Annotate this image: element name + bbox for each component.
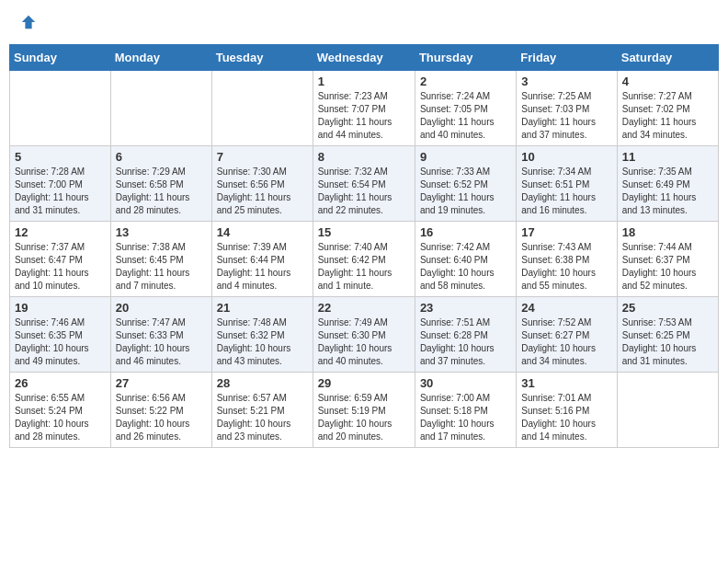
calendar-cell: 9Sunrise: 7:33 AM Sunset: 6:52 PM Daylig… <box>415 146 516 222</box>
calendar-header-row: SundayMondayTuesdayWednesdayThursdayFrid… <box>10 45 719 71</box>
day-number: 23 <box>420 301 511 315</box>
calendar-cell: 7Sunrise: 7:30 AM Sunset: 6:56 PM Daylig… <box>211 146 313 222</box>
day-number: 20 <box>116 301 207 315</box>
calendar-day-header: Monday <box>110 45 211 71</box>
day-info: Sunrise: 7:33 AM Sunset: 6:52 PM Dayligh… <box>420 166 511 217</box>
day-number: 15 <box>318 225 410 239</box>
day-info: Sunrise: 7:47 AM Sunset: 6:33 PM Dayligh… <box>116 316 207 368</box>
day-info: Sunrise: 7:44 AM Sunset: 6:37 PM Dayligh… <box>622 241 713 293</box>
calendar-cell: 3Sunrise: 7:25 AM Sunset: 7:03 PM Daylig… <box>517 71 617 146</box>
day-info: Sunrise: 7:30 AM Sunset: 6:56 PM Dayligh… <box>217 166 308 217</box>
day-info: Sunrise: 7:32 AM Sunset: 6:54 PM Dayligh… <box>318 166 410 217</box>
day-info: Sunrise: 6:59 AM Sunset: 5:19 PM Dayligh… <box>318 392 410 443</box>
calendar-cell: 1Sunrise: 7:23 AM Sunset: 7:07 PM Daylig… <box>313 71 415 146</box>
day-number: 9 <box>420 150 511 164</box>
day-number: 22 <box>318 301 410 315</box>
logo <box>18 14 37 30</box>
calendar-cell: 28Sunrise: 6:57 AM Sunset: 5:21 PM Dayli… <box>211 373 313 448</box>
day-info: Sunrise: 7:51 AM Sunset: 6:28 PM Dayligh… <box>420 316 511 368</box>
day-number: 31 <box>521 376 611 390</box>
day-number: 18 <box>622 225 713 239</box>
day-info: Sunrise: 7:42 AM Sunset: 6:40 PM Dayligh… <box>420 241 511 293</box>
day-number: 13 <box>116 225 207 239</box>
day-number: 27 <box>116 376 207 390</box>
calendar-cell <box>110 71 211 146</box>
calendar-cell: 10Sunrise: 7:34 AM Sunset: 6:51 PM Dayli… <box>517 146 617 222</box>
day-number: 30 <box>420 376 511 390</box>
day-info: Sunrise: 6:56 AM Sunset: 5:22 PM Dayligh… <box>116 392 207 443</box>
calendar-cell: 22Sunrise: 7:49 AM Sunset: 6:30 PM Dayli… <box>313 297 415 373</box>
calendar-cell: 18Sunrise: 7:44 AM Sunset: 6:37 PM Dayli… <box>617 222 718 297</box>
day-info: Sunrise: 7:29 AM Sunset: 6:58 PM Dayligh… <box>116 166 207 217</box>
calendar-cell: 21Sunrise: 7:48 AM Sunset: 6:32 PM Dayli… <box>211 297 313 373</box>
calendar-day-header: Friday <box>517 45 617 71</box>
day-number: 17 <box>521 225 611 239</box>
calendar-cell: 23Sunrise: 7:51 AM Sunset: 6:28 PM Dayli… <box>415 297 516 373</box>
day-number: 6 <box>116 150 207 164</box>
calendar-cell: 14Sunrise: 7:39 AM Sunset: 6:44 PM Dayli… <box>211 222 313 297</box>
calendar-cell: 12Sunrise: 7:37 AM Sunset: 6:47 PM Dayli… <box>10 222 111 297</box>
day-info: Sunrise: 7:38 AM Sunset: 6:45 PM Dayligh… <box>116 241 207 293</box>
day-number: 11 <box>622 150 713 164</box>
calendar-cell: 30Sunrise: 7:00 AM Sunset: 5:18 PM Dayli… <box>415 373 516 448</box>
day-info: Sunrise: 7:53 AM Sunset: 6:25 PM Dayligh… <box>622 316 713 368</box>
calendar-day-header: Sunday <box>10 45 111 71</box>
calendar-cell: 4Sunrise: 7:27 AM Sunset: 7:02 PM Daylig… <box>617 71 718 146</box>
day-number: 19 <box>15 301 106 315</box>
day-info: Sunrise: 7:46 AM Sunset: 6:35 PM Dayligh… <box>15 316 106 368</box>
calendar-day-header: Thursday <box>415 45 516 71</box>
calendar-cell: 13Sunrise: 7:38 AM Sunset: 6:45 PM Dayli… <box>110 222 211 297</box>
logo-icon <box>20 14 37 30</box>
calendar-cell: 31Sunrise: 7:01 AM Sunset: 5:16 PM Dayli… <box>517 373 617 448</box>
day-number: 26 <box>15 376 106 390</box>
calendar-day-header: Tuesday <box>211 45 313 71</box>
day-number: 12 <box>15 225 106 239</box>
day-info: Sunrise: 6:57 AM Sunset: 5:21 PM Dayligh… <box>217 392 308 443</box>
calendar-day-header: Saturday <box>617 45 718 71</box>
day-number: 3 <box>521 75 611 88</box>
calendar-day-header: Wednesday <box>313 45 415 71</box>
day-info: Sunrise: 7:35 AM Sunset: 6:49 PM Dayligh… <box>622 166 713 217</box>
day-number: 7 <box>217 150 308 164</box>
calendar-cell <box>10 71 111 146</box>
day-number: 1 <box>318 75 410 88</box>
day-info: Sunrise: 7:00 AM Sunset: 5:18 PM Dayligh… <box>420 392 511 443</box>
calendar-cell: 2Sunrise: 7:24 AM Sunset: 7:05 PM Daylig… <box>415 71 516 146</box>
day-info: Sunrise: 7:48 AM Sunset: 6:32 PM Dayligh… <box>217 316 308 368</box>
calendar-cell <box>211 71 313 146</box>
day-number: 28 <box>217 376 308 390</box>
day-number: 2 <box>420 75 511 88</box>
svg-marker-0 <box>22 16 35 29</box>
header <box>9 9 719 35</box>
calendar-week-row: 12Sunrise: 7:37 AM Sunset: 6:47 PM Dayli… <box>10 222 719 297</box>
day-info: Sunrise: 7:23 AM Sunset: 7:07 PM Dayligh… <box>318 90 410 142</box>
calendar-cell: 29Sunrise: 6:59 AM Sunset: 5:19 PM Dayli… <box>313 373 415 448</box>
day-number: 5 <box>15 150 106 164</box>
calendar-cell <box>617 373 718 448</box>
calendar-cell: 8Sunrise: 7:32 AM Sunset: 6:54 PM Daylig… <box>313 146 415 222</box>
calendar-cell: 5Sunrise: 7:28 AM Sunset: 7:00 PM Daylig… <box>10 146 111 222</box>
day-info: Sunrise: 7:40 AM Sunset: 6:42 PM Dayligh… <box>318 241 410 293</box>
day-info: Sunrise: 7:49 AM Sunset: 6:30 PM Dayligh… <box>318 316 410 368</box>
calendar-cell: 20Sunrise: 7:47 AM Sunset: 6:33 PM Dayli… <box>110 297 211 373</box>
day-info: Sunrise: 7:24 AM Sunset: 7:05 PM Dayligh… <box>420 90 511 142</box>
day-info: Sunrise: 7:39 AM Sunset: 6:44 PM Dayligh… <box>217 241 308 293</box>
day-number: 14 <box>217 225 308 239</box>
day-number: 24 <box>521 301 611 315</box>
calendar-cell: 16Sunrise: 7:42 AM Sunset: 6:40 PM Dayli… <box>415 222 516 297</box>
day-number: 25 <box>622 301 713 315</box>
calendar: SundayMondayTuesdayWednesdayThursdayFrid… <box>9 44 719 448</box>
day-info: Sunrise: 7:28 AM Sunset: 7:00 PM Dayligh… <box>15 166 106 217</box>
calendar-week-row: 26Sunrise: 6:55 AM Sunset: 5:24 PM Dayli… <box>10 373 719 448</box>
calendar-cell: 24Sunrise: 7:52 AM Sunset: 6:27 PM Dayli… <box>517 297 617 373</box>
day-number: 21 <box>217 301 308 315</box>
calendar-week-row: 19Sunrise: 7:46 AM Sunset: 6:35 PM Dayli… <box>10 297 719 373</box>
day-number: 16 <box>420 225 511 239</box>
calendar-cell: 27Sunrise: 6:56 AM Sunset: 5:22 PM Dayli… <box>110 373 211 448</box>
day-info: Sunrise: 7:01 AM Sunset: 5:16 PM Dayligh… <box>521 392 611 443</box>
calendar-cell: 19Sunrise: 7:46 AM Sunset: 6:35 PM Dayli… <box>10 297 111 373</box>
day-number: 8 <box>318 150 410 164</box>
calendar-cell: 26Sunrise: 6:55 AM Sunset: 5:24 PM Dayli… <box>10 373 111 448</box>
day-info: Sunrise: 7:25 AM Sunset: 7:03 PM Dayligh… <box>521 90 611 142</box>
day-info: Sunrise: 7:43 AM Sunset: 6:38 PM Dayligh… <box>521 241 611 293</box>
